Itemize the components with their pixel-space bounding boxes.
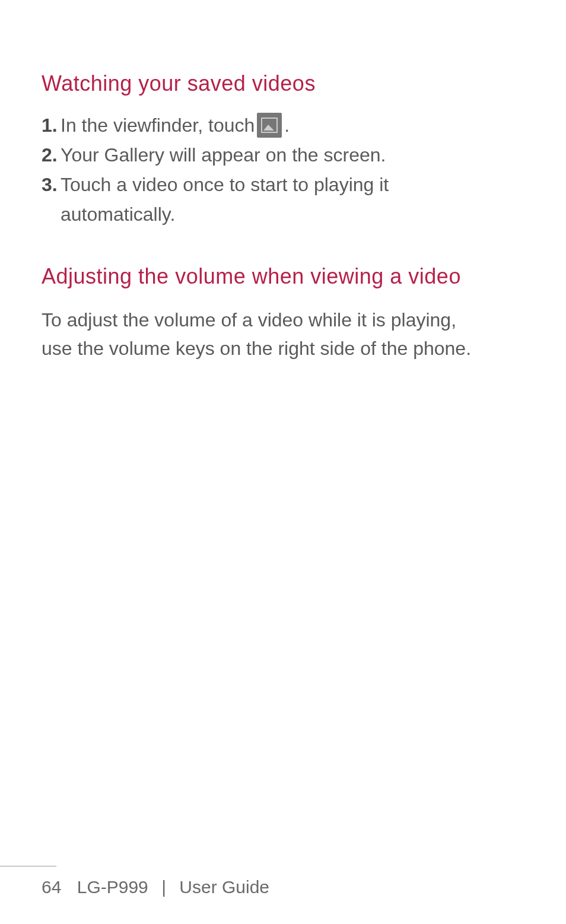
page-content: Watching your saved videos 1. In the vie… <box>0 0 566 363</box>
list-item-2: 2. Your Gallery will appear on the scree… <box>42 141 524 169</box>
list-number-3: 3. <box>42 170 58 199</box>
gallery-thumbnail-icon <box>257 113 282 138</box>
numbered-list-1: 1. In the viewfinder, touch . 2. Your Ga… <box>42 111 524 228</box>
page-footer: 64 LG-P999 | User Guide <box>0 866 566 897</box>
list-item-1: 1. In the viewfinder, touch . <box>42 111 524 139</box>
list-number-2: 2. <box>42 141 58 169</box>
heading-adjusting-volume: Adjusting the volume when viewing a vide… <box>42 264 524 289</box>
footer-divider: | <box>161 877 166 897</box>
list-text-2: Your Gallery will appear on the screen. <box>61 141 524 169</box>
list-number-1: 1. <box>42 111 58 139</box>
page-number: 64 <box>42 877 61 897</box>
footer-text: 64 LG-P999 | User Guide <box>0 877 566 897</box>
footer-guide-label: User Guide <box>179 877 269 897</box>
text-after-icon: . <box>284 111 290 139</box>
text-before-icon: In the viewfinder, touch <box>61 111 255 139</box>
body-paragraph: To adjust the volume of a video while it… <box>42 306 524 363</box>
list-text-1: In the viewfinder, touch . <box>61 111 524 139</box>
body-line-2: use the volume keys on the right side of… <box>42 334 524 363</box>
list-text-3-line2: automatically. <box>42 200 524 228</box>
footer-rule <box>0 866 56 866</box>
list-text-3-line1: Touch a video once to start to playing i… <box>61 170 524 199</box>
footer-model: LG-P999 <box>77 877 148 897</box>
heading-watching-videos: Watching your saved videos <box>42 71 524 96</box>
body-line-1: To adjust the volume of a video while it… <box>42 306 524 334</box>
list-item-3: 3. Touch a video once to start to playin… <box>42 170 524 228</box>
